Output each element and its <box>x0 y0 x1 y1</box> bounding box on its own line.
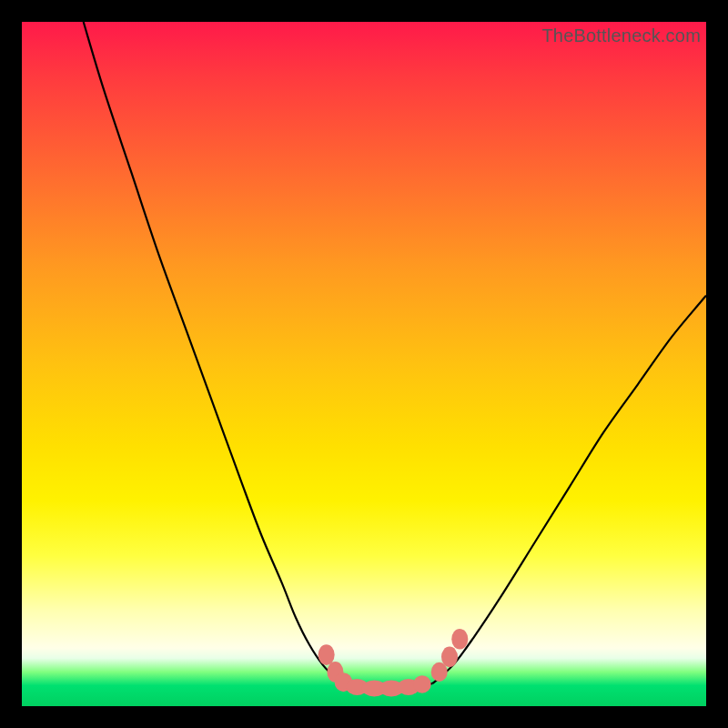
curve-marker <box>318 644 335 665</box>
curve-right-branch <box>432 296 706 683</box>
bottleneck-curve-plot <box>22 22 706 706</box>
curve-marker <box>451 629 468 650</box>
watermark-text: TheBottleneck.com <box>541 25 701 46</box>
curve-marker <box>413 675 431 693</box>
marker-cluster <box>318 629 469 696</box>
chart-gradient-frame: TheBottleneck.com <box>22 22 706 706</box>
curve-left-branch <box>84 22 348 685</box>
curve-marker <box>441 647 458 668</box>
